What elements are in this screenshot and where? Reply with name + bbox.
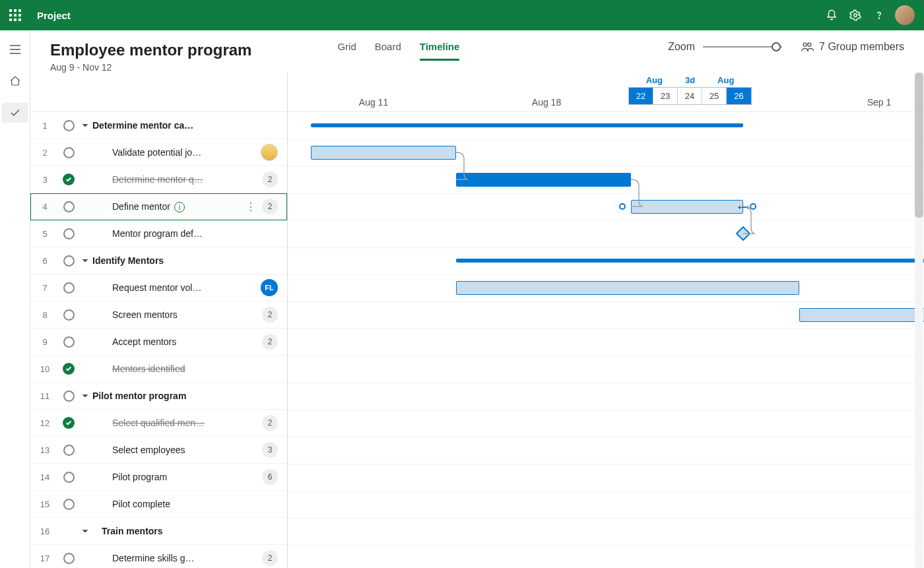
- task-row[interactable]: 15Pilot complete: [30, 491, 287, 518]
- date-cell[interactable]: 24: [678, 88, 702, 104]
- task-row[interactable]: 7Request mentor vol…FL: [30, 274, 287, 301]
- task-row[interactable]: 16Train mentors: [30, 518, 287, 545]
- row-number: 5: [30, 229, 59, 239]
- task-row[interactable]: 9Accept mentors2: [30, 329, 287, 356]
- row-number: 4: [30, 202, 59, 212]
- count-badge: 2: [262, 199, 278, 214]
- task-label: Train mentors: [92, 526, 287, 536]
- status-toggle[interactable]: [59, 228, 78, 239]
- bar-resize-handle[interactable]: ⟷: [738, 203, 749, 212]
- view-tabs: Grid Board Timeline: [337, 41, 459, 61]
- task-row[interactable]: 3Determine mentor q…2: [30, 166, 287, 193]
- task-row[interactable]: 4Define mentori⋮2: [30, 193, 287, 220]
- count-badge: 2: [262, 307, 278, 323]
- task-bar[interactable]: [456, 281, 799, 295]
- task-bar[interactable]: [631, 200, 743, 214]
- zoom-slider[interactable]: [703, 46, 782, 47]
- date-cell[interactable]: 22: [629, 88, 653, 104]
- assignee-avatar[interactable]: [261, 144, 278, 161]
- task-row[interactable]: 8Screen mentors2: [30, 301, 287, 329]
- menu-icon[interactable]: [2, 40, 28, 59]
- task-row[interactable]: 12Select qualified men…2: [30, 410, 287, 437]
- status-toggle[interactable]: [59, 553, 78, 564]
- row-number: 6: [30, 256, 59, 266]
- status-toggle[interactable]: [59, 336, 78, 348]
- status-toggle[interactable]: [59, 120, 78, 131]
- summary-bar[interactable]: [311, 123, 743, 127]
- task-row[interactable]: 13Select employees3: [30, 437, 287, 464]
- tab-board[interactable]: Board: [375, 41, 401, 61]
- date-cell[interactable]: 26: [727, 88, 751, 104]
- date-cell[interactable]: 25: [702, 88, 727, 104]
- status-toggle[interactable]: [59, 147, 78, 158]
- row-number: 8: [30, 310, 59, 320]
- summary-bar[interactable]: [456, 259, 924, 263]
- timeline-tick: Aug 11: [359, 97, 388, 108]
- project-dates: Aug 9 - Nov 12: [50, 62, 251, 73]
- settings-icon[interactable]: [843, 3, 867, 27]
- task-row[interactable]: 10Mentors identified: [30, 356, 287, 383]
- expand-caret-icon[interactable]: [78, 122, 92, 129]
- info-icon[interactable]: i: [174, 202, 185, 212]
- row-number: 10: [30, 364, 59, 374]
- status-toggle[interactable]: [59, 363, 78, 375]
- task-label: Validate potential jo…: [92, 147, 261, 158]
- row-number: 7: [30, 283, 59, 293]
- task-row[interactable]: 17Determine skills g…2: [30, 545, 287, 568]
- task-row[interactable]: 6Identify Mentors: [30, 247, 287, 274]
- user-avatar[interactable]: [895, 5, 915, 25]
- row-number: 17: [30, 553, 59, 563]
- task-row[interactable]: 2Validate potential jo…: [30, 139, 287, 166]
- assignee-avatar[interactable]: FL: [261, 279, 278, 296]
- svg-point-1: [878, 18, 879, 18]
- date-cell[interactable]: 23: [653, 88, 678, 104]
- task-bar[interactable]: [799, 308, 924, 322]
- row-number: 16: [30, 526, 59, 536]
- date-range-selector[interactable]: Aug3dAug2223242526: [628, 75, 752, 105]
- status-toggle[interactable]: [59, 201, 78, 212]
- timeline-tick: Aug 18: [532, 97, 561, 108]
- zoom-control[interactable]: Zoom: [668, 41, 782, 53]
- timeline-header: Aug 11Aug 18Sep 1 Aug3dAug2223242526: [288, 73, 924, 112]
- status-toggle[interactable]: [59, 391, 78, 402]
- tab-grid[interactable]: Grid: [337, 41, 356, 61]
- svg-point-0: [854, 14, 857, 17]
- row-number: 15: [30, 499, 59, 509]
- expand-caret-icon[interactable]: [78, 257, 92, 264]
- home-icon[interactable]: [2, 71, 28, 91]
- status-toggle[interactable]: [59, 174, 78, 185]
- task-label: Determine mentor ca…: [92, 120, 287, 131]
- task-label: Screen mentors: [92, 309, 262, 320]
- count-badge: 2: [262, 550, 278, 566]
- task-row[interactable]: 5Mentor program def…: [30, 220, 287, 247]
- task-row[interactable]: 14Pilot program6: [30, 464, 287, 491]
- checkmark-icon[interactable]: [2, 103, 28, 123]
- app-launcher-icon[interactable]: [9, 9, 21, 21]
- task-row[interactable]: 1Determine mentor ca…: [30, 112, 287, 139]
- status-toggle[interactable]: [59, 282, 78, 294]
- status-toggle[interactable]: [59, 445, 78, 456]
- expand-caret-icon[interactable]: [78, 393, 92, 399]
- expand-caret-icon[interactable]: [78, 528, 92, 534]
- status-toggle[interactable]: [59, 472, 78, 483]
- status-toggle[interactable]: [59, 499, 78, 510]
- row-menu-icon[interactable]: ⋮: [245, 201, 257, 213]
- app-name: Project: [37, 10, 71, 21]
- status-toggle[interactable]: [59, 309, 78, 321]
- tab-timeline[interactable]: Timeline: [420, 41, 460, 61]
- scrollbar[interactable]: [915, 73, 923, 568]
- task-bar[interactable]: [311, 146, 456, 160]
- help-icon[interactable]: [867, 3, 891, 27]
- task-row[interactable]: 11Pilot mentor program: [30, 383, 287, 410]
- bar-start-handle[interactable]: [619, 203, 626, 210]
- gantt-chart[interactable]: Aug 11Aug 18Sep 1 Aug3dAug2223242526 ⟷: [288, 73, 924, 568]
- row-number: 9: [30, 337, 59, 347]
- task-bar[interactable]: [456, 173, 631, 187]
- group-members-button[interactable]: 7 Group members: [801, 41, 904, 53]
- status-toggle[interactable]: [59, 417, 78, 429]
- app-titlebar: Project: [0, 0, 924, 30]
- row-number: 1: [30, 121, 59, 131]
- notifications-icon[interactable]: [820, 3, 843, 27]
- status-toggle[interactable]: [59, 255, 78, 267]
- bar-end-handle[interactable]: [750, 203, 756, 210]
